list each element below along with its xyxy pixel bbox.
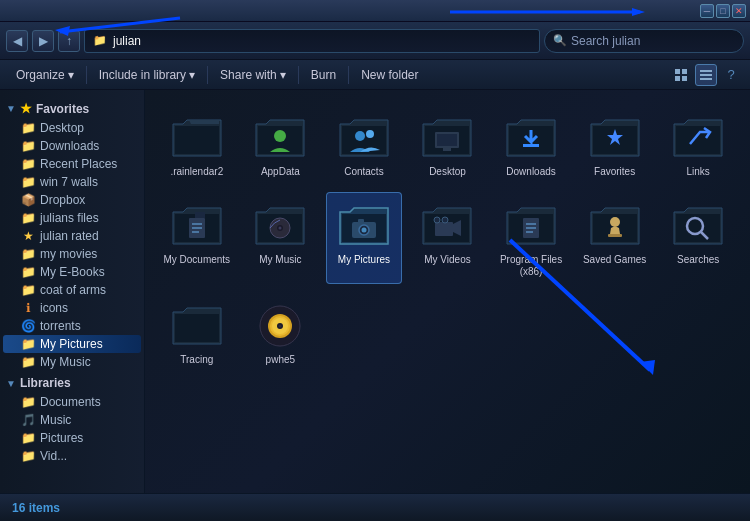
folder-icon-program-files: [505, 198, 557, 250]
new-folder-button[interactable]: New folder: [353, 64, 426, 86]
sidebar-item-label: My Pictures: [40, 337, 103, 351]
forward-button[interactable]: ▶: [32, 30, 54, 52]
favorites-section: ▼ ★ Favorites 📁 Desktop 📁 Downloads 📁 Re…: [0, 98, 144, 371]
sidebar-item-torrents[interactable]: 🌀 torrents: [3, 317, 141, 335]
view-list-button[interactable]: [695, 64, 717, 86]
collapse-icon-2: ▼: [6, 378, 16, 389]
svg-rect-12: [700, 78, 712, 80]
sidebar-item-downloads[interactable]: 📁 Downloads: [3, 137, 141, 155]
folder-icon-downloads: [505, 110, 557, 162]
sidebar-item-julian-rated[interactable]: ★ julian rated: [3, 227, 141, 245]
svg-point-34: [442, 217, 448, 223]
file-label: Saved Games: [583, 254, 646, 266]
file-item-appdata[interactable]: AppData: [243, 104, 319, 184]
address-bar[interactable]: 📁 julian: [84, 29, 540, 53]
sidebar-item-label: Downloads: [40, 139, 99, 153]
folder-icon: 📁: [21, 247, 35, 261]
favorites-header: ▼ ★ Favorites: [0, 98, 144, 119]
file-item-links[interactable]: Links: [660, 104, 736, 184]
sidebar-item-video[interactable]: 📁 Vid...: [3, 447, 141, 465]
sidebar-item-pictures[interactable]: 📁 Pictures: [3, 429, 141, 447]
share-with-button[interactable]: Share with ▾: [212, 64, 294, 86]
file-label: Downloads: [506, 166, 555, 178]
folder-icon: 📁: [21, 337, 35, 351]
file-label: pwhe5: [266, 354, 295, 366]
folder-icon: 📁: [21, 449, 35, 463]
view-change-button[interactable]: [670, 64, 692, 86]
sidebar-item-label: Recent Places: [40, 157, 117, 171]
close-button[interactable]: ✕: [732, 4, 746, 18]
file-label: Program Files (x86): [497, 254, 565, 278]
sidebar-item-julians-files[interactable]: 📁 julians files: [3, 209, 141, 227]
favorites-label: Favorites: [36, 102, 89, 116]
include-library-button[interactable]: Include in library ▾: [91, 64, 203, 86]
svg-point-27: [279, 227, 282, 230]
sidebar-item-label: My E-Books: [40, 265, 105, 279]
minimize-button[interactable]: ─: [700, 4, 714, 18]
sidebar-item-recent[interactable]: 📁 Recent Places: [3, 155, 141, 173]
sidebar-item-label: coat of arms: [40, 283, 106, 297]
svg-point-33: [434, 217, 440, 223]
content-area: .rainlendar2 AppData: [145, 90, 750, 493]
music-icon: 🎵: [21, 413, 35, 427]
file-item-contacts[interactable]: Contacts: [326, 104, 402, 184]
file-item-favorites[interactable]: Favorites: [577, 104, 653, 184]
sidebar-item-label: Vid...: [40, 449, 67, 463]
folder-icon-desktop: [421, 110, 473, 162]
sidebar-item-label: julians files: [40, 211, 99, 225]
sidebar-item-dropbox[interactable]: 📦 Dropbox: [3, 191, 141, 209]
file-label: My Music: [259, 254, 301, 266]
file-label: Links: [687, 166, 710, 178]
libraries-label: Libraries: [20, 376, 71, 390]
file-item-my-videos[interactable]: My Videos: [410, 192, 486, 284]
file-label: Contacts: [344, 166, 383, 178]
sidebar-item-documents[interactable]: 📁 Documents: [3, 393, 141, 411]
svg-rect-17: [437, 134, 457, 146]
sidebar-item-my-pictures[interactable]: 📁 My Pictures: [3, 335, 141, 353]
file-item-my-documents[interactable]: My Documents: [159, 192, 235, 284]
file-item-program-files[interactable]: Program Files (x86): [493, 192, 569, 284]
sidebar-item-win7[interactable]: 📁 win 7 walls: [3, 173, 141, 191]
folder-icon-appdata: [254, 110, 306, 162]
toolbar: Organize ▾ Include in library ▾ Share wi…: [0, 60, 750, 90]
file-item-saved-games[interactable]: Saved Games: [577, 192, 653, 284]
file-item-tracing[interactable]: Tracing: [159, 292, 235, 372]
folder-icon-tracing: [171, 298, 223, 350]
sidebar-item-my-music[interactable]: 📁 My Music: [3, 353, 141, 371]
sidebar-item-label: my movies: [40, 247, 97, 261]
file-item-rainlendar[interactable]: .rainlendar2: [159, 104, 235, 184]
folder-icon: 📁: [21, 265, 35, 279]
libraries-header: ▼ Libraries: [0, 373, 144, 393]
sidebar-item-my-movies[interactable]: 📁 my movies: [3, 245, 141, 263]
sidebar-item-ebooks[interactable]: 📁 My E-Books: [3, 263, 141, 281]
folder-icon-contacts: [338, 110, 390, 162]
file-item-my-music[interactable]: My Music: [243, 192, 319, 284]
up-button[interactable]: ↑: [58, 30, 80, 52]
star-icon: ★: [21, 229, 35, 243]
file-item-desktop[interactable]: Desktop: [410, 104, 486, 184]
nav-bar: ◀ ▶ ↑ 📁 julian 🔍 Search julian: [0, 22, 750, 60]
folder-icon-rainlendar: [171, 110, 223, 162]
maximize-button[interactable]: □: [716, 4, 730, 18]
organize-button[interactable]: Organize ▾: [8, 64, 82, 86]
window-controls: ─ □ ✕: [700, 4, 746, 18]
svg-rect-6: [675, 69, 680, 74]
folder-icon: 📁: [21, 355, 35, 369]
file-item-downloads[interactable]: Downloads: [493, 104, 569, 184]
sidebar-item-music[interactable]: 🎵 Music: [3, 411, 141, 429]
burn-button[interactable]: Burn: [303, 64, 344, 86]
sidebar: ▼ ★ Favorites 📁 Desktop 📁 Downloads 📁 Re…: [0, 90, 145, 493]
file-item-searches[interactable]: Searches: [660, 192, 736, 284]
file-item-my-pictures[interactable]: My Pictures: [326, 192, 402, 284]
help-button[interactable]: ?: [720, 64, 742, 86]
sidebar-item-desktop[interactable]: 📁 Desktop: [3, 119, 141, 137]
back-button[interactable]: ◀: [6, 30, 28, 52]
sidebar-item-icons[interactable]: ℹ icons: [3, 299, 141, 317]
toolbar-separator-3: [298, 66, 299, 84]
folder-icon-links: [672, 110, 724, 162]
svg-rect-19: [523, 144, 539, 147]
search-bar[interactable]: 🔍 Search julian: [544, 29, 744, 53]
sidebar-item-coat[interactable]: 📁 coat of arms: [3, 281, 141, 299]
file-item-pwhe5[interactable]: pwhe5: [243, 292, 319, 372]
sidebar-item-label: Pictures: [40, 431, 83, 445]
